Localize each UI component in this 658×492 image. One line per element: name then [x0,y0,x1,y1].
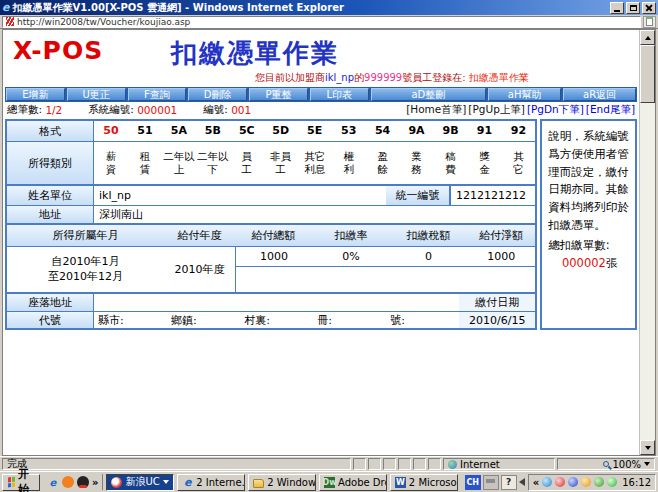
category-royalty[interactable]: 權 利 [332,142,366,184]
county-field[interactable]: 縣市: [94,312,167,328]
amounts-empty-field[interactable] [235,267,535,292]
quicklaunch-overflow-icon[interactable]: » [92,477,98,488]
period-header: 所得所屬年月 [7,225,164,246]
scroll-up-icon [645,36,651,40]
task-windows-explorer-group[interactable]: 2 Windows... [248,474,316,491]
format-code-51[interactable]: 51 [128,121,162,141]
category-non-employee[interactable]: 非員 工 [264,142,298,184]
format-code-54[interactable]: 54 [366,121,400,141]
scroll-track[interactable] [640,103,655,440]
format-code-9a[interactable]: 9A [400,121,434,141]
network-tray-icon[interactable] [594,477,604,487]
format-code-5e[interactable]: 5E [298,121,332,141]
zoom-control[interactable]: 100% [557,458,655,470]
qq-quicklaunch-icon[interactable] [77,476,89,488]
help-button[interactable]: aH幫助 [488,88,561,101]
uid-field[interactable]: 1212121212 [450,186,535,205]
printer-icon[interactable] [483,475,499,490]
tray-collapse-icon[interactable]: « [533,477,539,488]
category-employee[interactable]: 員 工 [230,142,264,184]
format-code-5c[interactable]: 5C [230,121,264,141]
tax-field[interactable]: 0 [390,247,467,266]
query-button[interactable]: F查詢 [128,88,187,101]
uc-quicklaunch-icon[interactable] [62,476,74,488]
location-field[interactable] [94,294,459,311]
number-field[interactable]: 號: [386,312,459,328]
volume-icon[interactable] [519,478,525,486]
address-input[interactable]: http://win2008/tw/Voucher/koujiao.asp [2,16,641,28]
year-field[interactable]: 2010年度 [164,247,235,292]
task-word-group[interactable]: W 2 Microso... [390,474,458,491]
im-tray-icon[interactable] [568,477,578,487]
format-code-5a[interactable]: 5A [162,121,196,141]
format-label: 格式 [7,121,94,141]
category-under-2y[interactable]: 二年以 下 [196,142,230,184]
period-field[interactable]: 自2010年1月 至2010年12月 [7,247,164,292]
update-tray-icon[interactable] [607,477,617,487]
add-button[interactable]: E增新 [6,88,65,101]
nav-next-link[interactable]: [PgDn下筆] [527,103,584,117]
format-code-92[interactable]: 92 [501,121,535,141]
print-button[interactable]: L印表 [310,88,369,101]
category-salary[interactable]: 薪 資 [94,142,128,184]
format-code-53[interactable]: 53 [332,121,366,141]
village-field[interactable]: 村裏: [240,312,313,328]
vertical-scrollbar[interactable] [639,30,655,455]
name-field[interactable]: ikl_np [94,186,386,205]
format-code-91[interactable]: 91 [467,121,501,141]
status-text: 完成 [2,458,351,470]
system-tray: « 16:12 [528,474,656,491]
batch-delete-button[interactable]: aD整刪 [371,88,487,101]
nav-last-link[interactable]: [End尾筆] [586,103,635,117]
sound-tray-icon[interactable] [581,477,591,487]
delete-button[interactable]: D刪除 [188,88,247,101]
close-button[interactable] [642,2,656,14]
maximize-button[interactable] [626,2,640,14]
nav-prev-link[interactable]: [PgUp上筆] [468,103,525,117]
net-field[interactable]: 1000 [467,247,535,266]
language-indicator[interactable]: CH [465,475,481,490]
return-button[interactable]: aR返回 [563,88,636,101]
category-other-interest[interactable]: 其它 利息 [298,142,332,184]
category-bonus[interactable]: 獎 金 [467,142,501,184]
category-over-2y[interactable]: 二年以 上 [162,142,196,184]
book-field[interactable]: 冊: [313,312,386,328]
scroll-up-button[interactable] [640,30,655,45]
minimize-button[interactable] [610,2,624,14]
help-icon[interactable]: ? [501,475,517,490]
page-button[interactable] [643,16,656,28]
start-button[interactable]: 开始 [2,474,40,491]
refresh-button[interactable]: P重整 [249,88,308,101]
category-rent[interactable]: 租 賃 [128,142,162,184]
ie-quicklaunch-icon[interactable]: e [47,476,59,488]
category-other[interactable]: 其 它 [501,142,535,184]
page-header: X-POS 扣繳憑單作業 [3,30,639,70]
msn-tray-icon[interactable] [542,477,552,487]
nav-first-link[interactable]: [Home首筆] [406,103,466,117]
paydate-label: 繳付日期 [459,294,535,311]
task-sina-uc[interactable]: 新浪UC [106,474,174,491]
township-field[interactable]: 鄉鎮: [167,312,240,328]
task-group-arrow-icon[interactable] [163,480,169,484]
zoom-dropdown-icon[interactable] [644,462,650,466]
format-code-50[interactable]: 50 [94,121,128,141]
taskbar-clock[interactable]: 16:12 [622,477,651,488]
format-code-9b[interactable]: 9B [434,121,468,141]
update-button[interactable]: U更正 [67,88,126,101]
task-dreamweaver[interactable]: Dw Adobe Drea... [319,474,387,491]
task-internet-explorer-group[interactable]: e 2 Interne... [177,474,245,491]
internet-zone-icon [448,460,457,469]
gross-field[interactable]: 1000 [235,247,312,266]
scroll-down-button[interactable] [640,440,655,455]
category-surplus[interactable]: 盈 餘 [366,142,400,184]
name-row: 姓名單位 ikl_np 統一編號 1212121212 [7,186,535,205]
category-manuscript[interactable]: 稿 費 [434,142,468,184]
category-business[interactable]: 業 務 [400,142,434,184]
scroll-thumb[interactable] [640,45,655,103]
format-code-5d[interactable]: 5D [264,121,298,141]
maximize-icon [630,5,637,11]
rate-field[interactable]: 0% [312,247,390,266]
addr-field[interactable]: 深圳南山 [94,206,535,223]
format-code-5b[interactable]: 5B [196,121,230,141]
qq-tray-icon[interactable] [555,477,565,487]
